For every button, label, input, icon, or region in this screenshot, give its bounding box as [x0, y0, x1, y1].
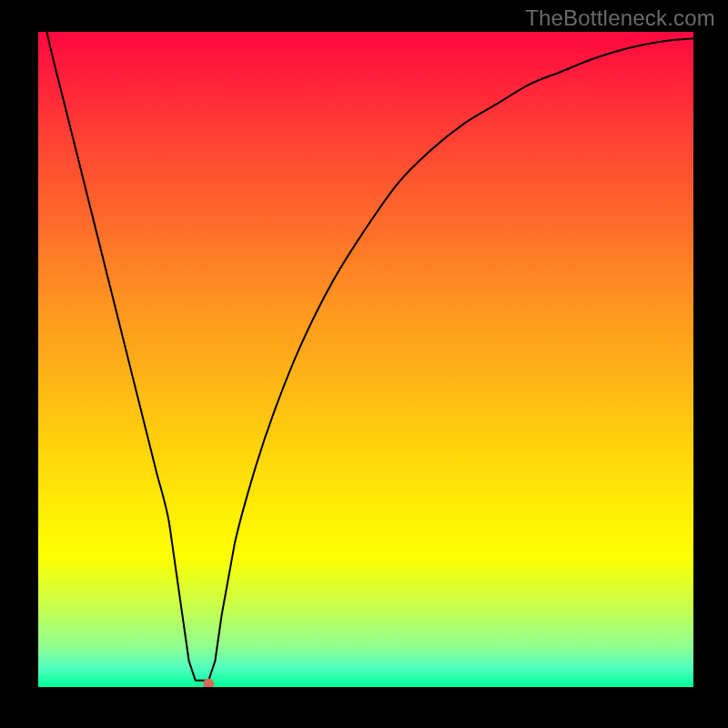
curve-path [38, 32, 693, 681]
bottleneck-curve [38, 32, 693, 687]
watermark-text: TheBottleneck.com [525, 5, 715, 31]
